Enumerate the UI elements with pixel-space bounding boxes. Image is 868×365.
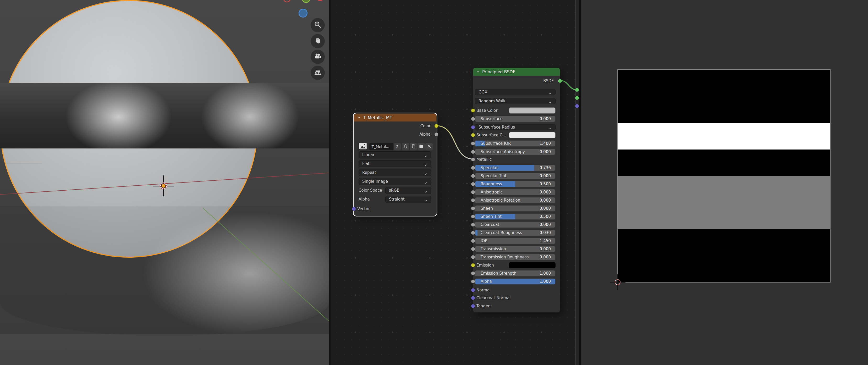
texture-dropdown-2[interactable]: Repeat	[359, 169, 431, 176]
bsdf-input-socket-10[interactable]	[471, 174, 475, 178]
bsdf-input-socket-20[interactable]	[471, 255, 475, 259]
texture-prop-dropdown-1[interactable]: Straight	[385, 196, 431, 203]
viewport-button-zoom-icon[interactable]	[311, 18, 325, 32]
bsdf-input-socket-23[interactable]	[471, 279, 475, 284]
bsdf-input-socket-2[interactable]	[471, 108, 475, 112]
bsdf-input-socket-19[interactable]	[471, 247, 475, 251]
bsdf-slider-11[interactable]: Roughness0.500	[475, 181, 556, 187]
datablock-copy-button[interactable]	[410, 143, 417, 150]
datablock-folder-button[interactable]	[417, 143, 425, 150]
slider-value: 0.000	[539, 205, 551, 211]
image-browse-button[interactable]	[358, 143, 369, 150]
3d-viewport[interactable]	[0, 0, 329, 365]
datablock-unlink-x-button[interactable]	[425, 143, 433, 150]
bsdf-input-socket-8[interactable]	[471, 157, 475, 162]
bsdf-row-emission: Emission	[473, 262, 560, 268]
gizmo-x2-ball[interactable]	[316, 0, 324, 1]
bsdf-dropdown-4[interactable]: Subsurface Radius	[475, 124, 556, 130]
bsdf-input-socket-15[interactable]	[471, 214, 475, 219]
offscreen-input-socket-1[interactable]	[575, 96, 579, 100]
viewport-button-pan-hand-icon[interactable]	[311, 34, 325, 48]
gizmo-y-ball[interactable]	[299, 9, 308, 18]
image-name-field[interactable]: T_Metal...	[369, 143, 394, 150]
color-swatch-21[interactable]	[509, 262, 556, 268]
slider-value: 0.000	[539, 149, 551, 155]
bsdf-output-socket[interactable]	[558, 79, 562, 83]
bsdf-slider-15[interactable]: Sheen Tint0.500	[475, 213, 556, 220]
texture-output-socket-alpha[interactable]	[434, 132, 438, 136]
bsdf-input-socket-18[interactable]	[471, 239, 475, 243]
bsdf-input-socket-16[interactable]	[471, 223, 475, 227]
bsdf-input-socket-7[interactable]	[471, 150, 475, 154]
collapse-chevron-icon[interactable]	[357, 116, 361, 120]
image-texture-node[interactable]: T_Metallic_MT ColorAlphaT_Metal...2Linea…	[353, 113, 437, 216]
bsdf-input-socket-14[interactable]	[471, 206, 475, 210]
chevron-down-icon	[550, 91, 553, 94]
slider-label: Specular Tint	[480, 173, 506, 179]
sphere-object[interactable]	[0, 0, 258, 258]
bsdf-row-subsurface: Subsurface0.000	[473, 116, 560, 122]
bsdf-slider-3[interactable]: Subsurface0.000	[475, 116, 556, 122]
bsdf-slider-23[interactable]: Alpha1.000	[475, 278, 556, 285]
color-swatch-2[interactable]	[509, 107, 556, 113]
bsdf-dropdown-1[interactable]: Random Walk	[475, 98, 556, 104]
bsdf-input-socket-4[interactable]	[471, 125, 475, 129]
texture-dropdown-1[interactable]: Flat	[359, 160, 431, 167]
collapse-chevron-icon[interactable]	[476, 70, 480, 74]
texture-vector-socket[interactable]	[352, 207, 356, 211]
bsdf-input-socket-24[interactable]	[471, 288, 475, 292]
bsdf-row-subsurface-ior: Subsurface IOR1.400	[473, 140, 560, 146]
bsdf-slider-18[interactable]: IOR1.450	[475, 238, 556, 244]
bsdf-slider-13[interactable]: Anisotropic Rotation0.000	[475, 197, 556, 203]
texture-node-header[interactable]: T_Metallic_MT	[354, 113, 436, 122]
datablock-shield-button[interactable]	[402, 143, 409, 150]
viewport-button-camera-view-icon[interactable]	[311, 50, 325, 64]
bsdf-input-socket-21[interactable]	[471, 263, 475, 267]
image-datablock-row: T_Metal...2	[358, 143, 432, 150]
bsdf-slider-22[interactable]: Emission Strength1.000	[475, 270, 556, 276]
bsdf-input-socket-3[interactable]	[471, 117, 475, 121]
texture-dropdown-3[interactable]: Single Image	[359, 178, 431, 185]
bsdf-input-socket-11[interactable]	[471, 182, 475, 186]
slider-label: Sheen	[480, 205, 493, 211]
bsdf-slider-7[interactable]: Subsurface Anisotropy0.000	[475, 149, 556, 155]
principled-bsdf-node[interactable]: Principled BSDF BSDF GGXRandom WalkBase …	[473, 68, 560, 312]
texture-dropdown-value: Repeat	[362, 169, 376, 176]
bsdf-slider-20[interactable]: Transmission Roughness0.000	[475, 254, 556, 260]
texture-prop-dropdown-0[interactable]: sRGB	[385, 187, 431, 194]
bsdf-slider-19[interactable]: Transmission0.000	[475, 246, 556, 252]
bsdf-slider-17[interactable]: Clearcoat Roughness0.030	[475, 230, 556, 236]
color-swatch-5[interactable]	[509, 132, 556, 138]
bsdf-input-socket-6[interactable]	[471, 141, 475, 145]
bsdf-slider-6[interactable]: Subsurface IOR1.400	[475, 140, 556, 146]
gizmo-x-ball[interactable]	[283, 0, 291, 2]
texture-dropdown-value: Single Image	[362, 178, 388, 185]
bsdf-node-header[interactable]: Principled BSDF	[473, 68, 560, 76]
slider-label: Roughness	[480, 181, 502, 187]
bsdf-input-socket-25[interactable]	[471, 296, 475, 300]
bsdf-input-socket-5[interactable]	[471, 133, 475, 137]
bsdf-input-socket-26[interactable]	[471, 304, 475, 308]
bsdf-slider-9[interactable]: Specular0.736	[475, 165, 556, 171]
texture-prop-label: Alpha	[359, 196, 370, 203]
bsdf-slider-10[interactable]: Specular Tint0.000	[475, 173, 556, 179]
bsdf-row-transmission: Transmission0.000	[473, 246, 560, 252]
bsdf-dropdown-0[interactable]: GGX	[475, 89, 556, 95]
viewport-button-grid-ortho-icon[interactable]	[311, 66, 325, 80]
bsdf-input-socket-9[interactable]	[471, 166, 475, 170]
bsdf-input-socket-17[interactable]	[471, 231, 475, 235]
bsdf-slider-12[interactable]: Anisotropic0.000	[475, 189, 556, 195]
offscreen-input-socket-0[interactable]	[575, 88, 579, 92]
dropdown-value: GGX	[478, 89, 488, 95]
image-users-count[interactable]: 2	[394, 143, 401, 150]
offscreen-input-socket-2[interactable]	[575, 104, 579, 108]
bsdf-input-socket-13[interactable]	[471, 198, 475, 202]
texture-dropdown-value: Flat	[362, 161, 370, 167]
bsdf-input-socket-12[interactable]	[471, 190, 475, 194]
bsdf-slider-16[interactable]: Clearcoat0.000	[475, 222, 556, 228]
bsdf-input-socket-22[interactable]	[471, 271, 475, 275]
texture-output-socket-color[interactable]	[434, 124, 438, 128]
bsdf-slider-14[interactable]: Sheen0.000	[475, 205, 556, 211]
texture-dropdown-0[interactable]: Linear	[359, 151, 431, 158]
gizmo-z-ball[interactable]	[302, 0, 310, 3]
